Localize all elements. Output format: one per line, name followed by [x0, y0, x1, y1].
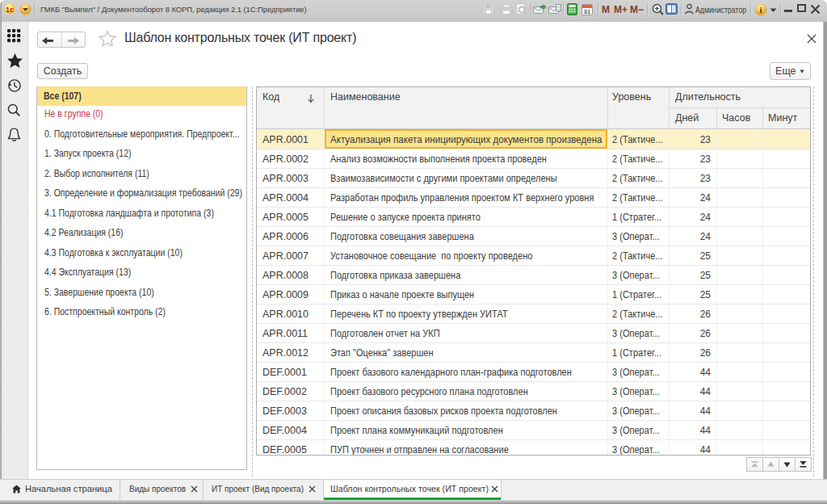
svg-text:31: 31: [584, 8, 590, 15]
svg-text:i: i: [759, 5, 762, 15]
svg-text:1с: 1с: [6, 6, 14, 14]
